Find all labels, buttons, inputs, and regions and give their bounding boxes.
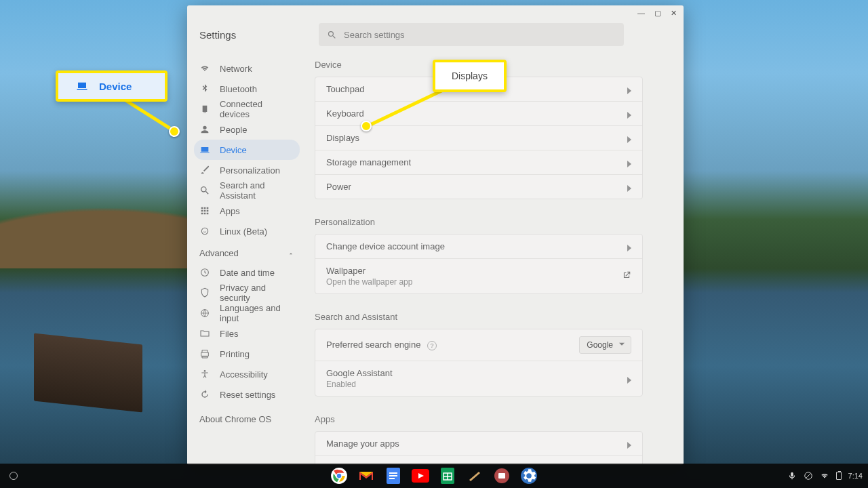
window-titlebar: — ▢ ✕ — [187, 5, 684, 20]
search-input[interactable] — [344, 30, 616, 40]
settings-title: Settings — [199, 29, 319, 41]
sidebar-item-privacy[interactable]: Privacy and security — [194, 283, 300, 303]
advanced-toggle[interactable]: Advanced — [194, 241, 300, 262]
annotation-dot — [361, 121, 372, 131]
chevron-right-icon — [627, 86, 631, 93]
sidebar-label: Files — [220, 329, 238, 339]
person-icon — [199, 124, 210, 135]
row-label: Preferred search engine — [326, 340, 420, 350]
sidebar-item-linux[interactable]: Linux (Beta) — [194, 221, 300, 241]
shelf: 7:14 — [0, 464, 868, 488]
row-search-engine: Preferred search engine ? Google — [315, 329, 642, 361]
row-account-image[interactable]: Change device account image — [315, 235, 642, 258]
laptop-icon — [199, 144, 210, 155]
svg-rect-12 — [389, 478, 395, 479]
app-icon-generic-2[interactable] — [493, 467, 511, 485]
app-icon-generic-1[interactable] — [466, 467, 484, 485]
sidebar-item-printing[interactable]: Printing — [194, 344, 300, 364]
sidebar-item-bluetooth[interactable]: Bluetooth — [194, 79, 300, 99]
launcher-button[interactable] — [9, 472, 18, 480]
folder-icon — [199, 328, 210, 339]
chevron-right-icon — [627, 184, 631, 190]
no-notifications-icon — [804, 471, 813, 481]
sidebar-label: Apps — [220, 206, 240, 216]
sidebar: Network Bluetooth Connected devices Peop… — [187, 56, 307, 465]
sidebar-label: Privacy and security — [220, 283, 294, 303]
callout-label: Displays — [452, 70, 488, 81]
chrome-icon[interactable] — [330, 467, 348, 485]
sidebar-item-languages[interactable]: Languages and input — [194, 303, 300, 323]
row-label: Change device account image — [326, 241, 445, 251]
svg-rect-11 — [389, 475, 397, 476]
about-chromeos[interactable]: About Chrome OS — [194, 405, 300, 434]
sidebar-label: Device — [220, 145, 247, 155]
wifi-icon — [199, 63, 210, 74]
annotation-dot — [169, 126, 180, 137]
shield-icon — [199, 287, 210, 298]
chevron-right-icon — [627, 159, 631, 166]
row-label: Manage your apps — [326, 439, 399, 449]
apps-icon — [199, 205, 210, 216]
gmail-icon[interactable] — [357, 467, 375, 485]
sidebar-item-connected-devices[interactable]: Connected devices — [194, 99, 300, 119]
shelf-apps — [330, 467, 538, 485]
section-personalization-title: Personalization — [315, 217, 643, 227]
row-label: Touchpad — [326, 84, 364, 94]
svg-line-22 — [806, 474, 810, 479]
row-subtext: Open the wallpaper app — [326, 277, 412, 287]
svg-rect-19 — [498, 473, 505, 479]
chevron-right-icon — [627, 243, 631, 250]
system-tray[interactable]: 7:14 — [787, 471, 863, 481]
sidebar-item-apps[interactable]: Apps — [194, 201, 300, 221]
sidebar-item-files[interactable]: Files — [194, 323, 300, 344]
search-bar[interactable] — [319, 23, 624, 46]
clock-icon — [199, 267, 210, 278]
row-storage[interactable]: Storage management — [315, 150, 642, 174]
row-label: Power — [326, 182, 351, 192]
settings-app-icon[interactable] — [520, 467, 538, 485]
sidebar-label: Reset settings — [220, 390, 275, 400]
sidebar-item-personalization[interactable]: Personalization — [194, 160, 300, 180]
sidebar-label: Printing — [220, 349, 250, 359]
row-power[interactable]: Power — [315, 174, 642, 199]
section-search-title: Search and Assistant — [315, 312, 643, 322]
docs-icon[interactable] — [384, 467, 402, 485]
sidebar-item-search[interactable]: Search and Assistant — [194, 180, 300, 201]
apps-card: Manage your apps Google Play Store Insta… — [315, 431, 643, 465]
sidebar-label: Network — [220, 64, 252, 74]
brush-icon — [199, 165, 210, 176]
sidebar-item-accessibility[interactable]: Accessibility — [194, 364, 300, 384]
wifi-tray-icon — [820, 471, 829, 481]
row-label: Displays — [326, 133, 359, 143]
sidebar-label: Languages and input — [220, 303, 294, 323]
mic-icon — [787, 471, 797, 481]
row-wallpaper[interactable]: Wallpaper Open the wallpaper app — [315, 258, 642, 293]
sidebar-label: Accessibility — [220, 369, 268, 380]
device-card: Touchpad Keyboard Displays Storage manag… — [315, 77, 643, 199]
close-button[interactable]: ✕ — [671, 9, 677, 18]
advanced-label: Advanced — [199, 248, 239, 258]
devices-icon — [199, 104, 210, 115]
sidebar-item-device[interactable]: Device — [194, 140, 300, 160]
minimize-button[interactable]: — — [637, 9, 645, 17]
sidebar-item-people[interactable]: People — [194, 119, 300, 140]
youtube-icon[interactable] — [412, 467, 429, 485]
sheets-icon[interactable] — [439, 467, 456, 485]
sidebar-item-network[interactable]: Network — [194, 58, 300, 79]
search-card: Preferred search engine ? Google Google … — [315, 329, 643, 396]
linux-icon — [199, 226, 210, 237]
clock: 7:14 — [848, 472, 863, 480]
search-engine-dropdown[interactable]: Google — [579, 336, 631, 354]
section-apps-title: Apps — [315, 414, 643, 424]
search-nav-icon — [199, 185, 210, 196]
row-assistant[interactable]: Google Assistant Enabled — [315, 361, 642, 396]
maximize-button[interactable]: ▢ — [654, 9, 661, 18]
sidebar-label: Date and time — [220, 268, 275, 278]
sidebar-label: Connected devices — [220, 99, 294, 119]
svg-point-3 — [204, 370, 206, 372]
sidebar-item-datetime[interactable]: Date and time — [194, 262, 300, 283]
sidebar-item-reset[interactable]: Reset settings — [194, 384, 300, 405]
row-manage-apps[interactable]: Manage your apps — [315, 432, 642, 455]
info-icon[interactable]: ? — [427, 341, 437, 350]
chevron-right-icon — [627, 110, 631, 117]
